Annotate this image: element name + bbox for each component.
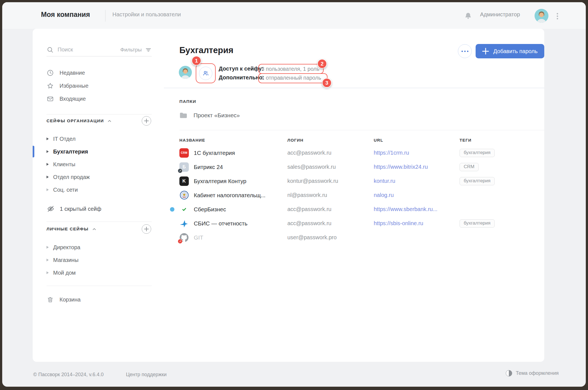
app-window: Моя компания Настройки и пользователи Ад… xyxy=(2,2,586,387)
sidebar-item-safe[interactable]: Бухгалтерия xyxy=(47,145,152,158)
hidden-safes-label: 1 скрытый сейф xyxy=(60,206,101,212)
tree-arrow-icon[interactable] xyxy=(47,150,49,153)
sidebar-item-label: Избранные xyxy=(60,83,89,89)
record-name: СБИС — отчетность xyxy=(194,220,247,227)
record-icon-label: Б xyxy=(182,165,186,170)
personal-safes-list: Директора Магазины Мой дом xyxy=(47,241,152,279)
tree-arrow-icon[interactable] xyxy=(47,271,49,274)
filter-icon[interactable] xyxy=(145,46,152,53)
sidebar-item-inbox[interactable]: Входящие xyxy=(47,92,152,105)
quick-links: Недавние Избранные Входящие xyxy=(47,66,152,105)
record-url-link[interactable]: https://1crm.ru xyxy=(374,150,460,156)
filters-button[interactable]: Фильтры xyxy=(120,47,142,53)
support-center-link[interactable]: Центр поддержки xyxy=(126,372,167,378)
tree-arrow-icon[interactable] xyxy=(47,246,49,249)
record-tag[interactable]: бухгалтерия xyxy=(460,219,495,228)
plus-icon xyxy=(482,48,489,54)
sidebar-item-safe[interactable]: Магазины xyxy=(47,254,152,266)
users-button-ring xyxy=(199,67,212,80)
record-url-link[interactable]: kontur.ru xyxy=(374,178,460,184)
chevron-up-icon[interactable] xyxy=(107,119,112,123)
record-tag[interactable]: CRM xyxy=(460,163,479,171)
clock-icon xyxy=(47,69,54,77)
tree-arrow-icon[interactable] xyxy=(47,259,49,261)
record-url-link[interactable]: https://www.sberbank.ru... xyxy=(374,206,460,212)
sidebar-item-safe[interactable]: Соц. сети xyxy=(47,183,152,196)
sidebar-item-safe[interactable]: IT Отдел xyxy=(47,132,152,145)
safe-label: Соц. сети xyxy=(53,187,78,193)
table-row[interactable]: ↗ Кабинет налогоплательщ... nl@passwork.… xyxy=(179,188,544,202)
annotation-badge-1: 1 xyxy=(192,56,201,66)
annotation-badge-2: 2 xyxy=(317,59,327,69)
name-cell: ↗ СБИС — отчетность xyxy=(179,219,287,228)
vault-users-button[interactable] xyxy=(198,65,214,81)
tree-arrow-icon[interactable] xyxy=(47,137,49,140)
sidebar-item-trash[interactable]: Корзина xyxy=(47,293,152,306)
safe-label: Клиенты xyxy=(53,161,75,168)
annotation-badge-3: 3 xyxy=(322,78,332,88)
sidebar-item-safe[interactable]: Отдел продаж xyxy=(47,171,152,183)
more-actions-button[interactable] xyxy=(458,44,472,58)
folders-section-title: ПАПКИ xyxy=(179,99,196,104)
sber-icon xyxy=(180,205,189,214)
trash-icon xyxy=(47,296,54,303)
sidebar-item-label: Недавние xyxy=(60,70,85,76)
folder-item[interactable]: Проект «Бизнес» xyxy=(179,111,240,120)
safe-label: IT Отдел xyxy=(53,136,76,142)
record-icon: ↗ xyxy=(179,191,189,200)
record-icon: K xyxy=(179,176,189,186)
sent-password-badge-icon: ↗ xyxy=(178,239,182,244)
table-row[interactable]: CRM xyxy=(179,146,544,160)
access-value[interactable]: 3 пользователя, 1 роль xyxy=(261,66,319,72)
user-name[interactable]: Администратор xyxy=(480,11,520,18)
table-row[interactable]: Б xyxy=(179,160,544,174)
bell-icon[interactable] xyxy=(464,12,472,20)
table-row[interactable]: ↗ GIT user@passwork.pro xyxy=(179,230,544,245)
hidden-safes-item[interactable]: 1 скрытый сейф xyxy=(47,202,152,215)
sidebar-item-favorites[interactable]: Избранные xyxy=(47,79,152,92)
search-input[interactable] xyxy=(54,46,120,53)
page-title: Бухгалтерия xyxy=(179,45,233,55)
add-password-button[interactable]: Добавить пароль xyxy=(476,44,544,58)
sidebar-item-label: Входящие xyxy=(60,96,86,102)
record-tag[interactable]: бухгалтерия xyxy=(460,149,495,157)
extra-value[interactable]: 1 отправленный пароль xyxy=(261,75,321,81)
record-icon-label: K xyxy=(182,178,186,184)
record-icon: ↗ xyxy=(179,219,189,228)
record-icon: Б xyxy=(179,162,189,172)
unread-dot xyxy=(170,207,174,212)
name-cell: Б xyxy=(179,162,287,172)
nav-settings-and-users[interactable]: Настройки и пользователи xyxy=(112,11,181,18)
sidebar-item-safe[interactable]: Мой дом xyxy=(47,266,152,279)
record-url-link[interactable]: https://www.bitrix24.ru xyxy=(374,164,460,170)
sent-password-badge-icon: ↗ xyxy=(178,168,182,173)
tree-arrow-icon[interactable] xyxy=(47,188,49,191)
record-name: Битрикс 24 xyxy=(194,164,223,170)
table-row[interactable]: K xyxy=(179,174,544,188)
table-row[interactable]: ↗ СБИС — отчетность acc@passwork.ru http… xyxy=(179,216,544,230)
safe-label: Директора xyxy=(53,244,80,251)
record-tag[interactable]: бухгалтерия xyxy=(460,177,495,185)
sidebar-item-recent[interactable]: Недавние xyxy=(47,66,152,79)
record-url-link[interactable]: https://sbis-online.ru xyxy=(374,220,460,227)
add-personal-safe-button[interactable] xyxy=(142,224,151,234)
safe-label: Магазины xyxy=(53,257,79,263)
add-org-safe-button[interactable] xyxy=(142,116,151,126)
sidebar-item-safe[interactable]: Директора xyxy=(47,241,152,254)
name-cell: ↗ Кабинет налогоплательщ... xyxy=(179,191,287,200)
theme-toggle[interactable]: Тема оформления xyxy=(506,370,559,376)
add-password-label: Добавить пароль xyxy=(493,48,538,54)
user-avatar[interactable] xyxy=(535,9,548,23)
kebab-menu-icon[interactable] xyxy=(555,11,559,21)
org-safes-title: СЕЙФЫ ОРГАНИЗАЦИИ xyxy=(47,118,104,123)
theme-label: Тема оформления xyxy=(516,370,559,376)
chevron-up-icon[interactable] xyxy=(92,227,97,232)
eye-off-icon xyxy=(47,205,55,213)
sidebar-divider xyxy=(47,114,152,115)
sidebar-item-safe[interactable]: Клиенты xyxy=(47,158,152,171)
tree-arrow-icon[interactable] xyxy=(47,176,49,178)
tree-arrow-icon[interactable] xyxy=(47,163,49,166)
record-url-link[interactable]: nalog.ru xyxy=(374,192,460,198)
safe-label: Мой дом xyxy=(53,270,76,276)
table-row[interactable]: ↗ СберБизнес acc@passwork.ru https://www… xyxy=(179,202,544,216)
